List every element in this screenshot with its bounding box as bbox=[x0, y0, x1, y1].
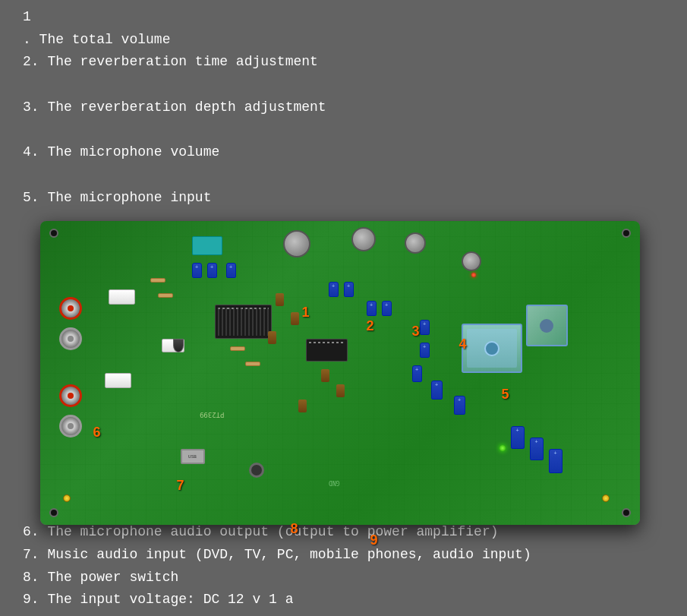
ecap-large-2 bbox=[454, 396, 465, 415]
rca-red-2 bbox=[59, 384, 82, 407]
ecap-8 bbox=[420, 320, 430, 335]
white-conn-1 bbox=[109, 289, 135, 305]
item-3: 3. The reverberation depth adjustment bbox=[23, 96, 664, 119]
label-5: 5 bbox=[502, 387, 509, 403]
item-1: 1 bbox=[23, 6, 664, 29]
label-4: 4 bbox=[459, 336, 467, 352]
item-8: 8. The power switch bbox=[23, 570, 178, 585]
transistor-1 bbox=[173, 339, 184, 352]
pot-reverb-time bbox=[351, 227, 376, 251]
rca-red-1 bbox=[59, 297, 82, 320]
pcb-text-2: GND bbox=[329, 479, 339, 486]
relay-box bbox=[462, 324, 522, 373]
ecap-large-3 bbox=[511, 426, 525, 449]
led-green bbox=[499, 445, 506, 451]
ecap-1 bbox=[192, 263, 202, 278]
gold-pad-2 bbox=[602, 494, 610, 502]
led-red bbox=[471, 273, 476, 277]
bcap-2 bbox=[291, 312, 299, 325]
bcap-5 bbox=[336, 384, 345, 397]
power-jack bbox=[249, 463, 264, 478]
label-2: 2 bbox=[367, 318, 374, 334]
pot-mic-volume bbox=[462, 251, 481, 271]
ic-main bbox=[215, 305, 272, 339]
bcap-6 bbox=[298, 400, 307, 412]
ecap-7 bbox=[382, 301, 392, 316]
pot-total-volume bbox=[283, 230, 310, 257]
pcb-board: PT2399 GND bbox=[40, 221, 640, 525]
mount-hole-br bbox=[622, 508, 631, 517]
ecap-4 bbox=[329, 282, 339, 297]
top-text-list: 1. The total volume 2. The reverberation… bbox=[0, 0, 687, 213]
item-9: 9. The input voltage: DC 12 v 1 a bbox=[23, 592, 293, 607]
item-2: 2. The reverberation time adjustment bbox=[23, 51, 664, 74]
white-conn-2 bbox=[105, 373, 131, 388]
mount-hole-tr bbox=[622, 229, 631, 238]
ecap-5 bbox=[344, 282, 354, 297]
label-9: 9 bbox=[370, 532, 378, 548]
mount-hole-tl bbox=[49, 229, 58, 238]
ecap-large-5 bbox=[549, 449, 563, 473]
ecap-9 bbox=[420, 343, 430, 358]
item-6: 6. The microphone audio output (output t… bbox=[23, 524, 499, 539]
mount-hole-bl bbox=[49, 508, 58, 517]
label-8: 8 bbox=[291, 521, 298, 537]
bcap-3 bbox=[268, 331, 276, 344]
resistor-1 bbox=[150, 278, 165, 283]
bottom-text-list: 6. The microphone audio output (output t… bbox=[0, 515, 687, 616]
rca-white-1 bbox=[59, 327, 82, 350]
ecap-6 bbox=[367, 301, 377, 316]
label-3: 3 bbox=[412, 324, 420, 340]
bcap-4 bbox=[321, 369, 329, 382]
gold-pad-1 bbox=[63, 494, 71, 502]
label-7: 7 bbox=[177, 478, 184, 494]
resistor-3 bbox=[230, 346, 245, 351]
resistor-4 bbox=[245, 362, 260, 366]
ecap-large-1 bbox=[431, 381, 443, 400]
ecap-2 bbox=[207, 263, 217, 278]
ecap-large-4 bbox=[530, 438, 544, 460]
item-7: 7. Music audio input (DVD, TV, PC, mobil… bbox=[23, 547, 531, 562]
usb-connector bbox=[181, 449, 205, 464]
rca-white-2 bbox=[59, 415, 82, 438]
pot-reverb-depth bbox=[405, 232, 426, 254]
teal-connector-1 bbox=[192, 236, 222, 255]
resistor-2 bbox=[158, 293, 173, 298]
jack-3-5mm bbox=[526, 305, 568, 346]
pcb-model-text: PT2399 bbox=[200, 411, 225, 419]
main-container: 1. The total volume 2. The reverberation… bbox=[0, 0, 687, 616]
ecap-3 bbox=[226, 263, 236, 278]
ic-secondary bbox=[306, 339, 348, 362]
label-6: 6 bbox=[93, 425, 101, 441]
board-scene: PT2399 GND 1 2 3 4 5 6 7 8 9 bbox=[33, 213, 655, 512]
item-4: 4. The microphone volume bbox=[23, 141, 664, 164]
bcap-1 bbox=[276, 293, 284, 306]
ecap-10 bbox=[412, 365, 422, 382]
item-5: 5. The microphone input bbox=[23, 187, 664, 210]
label-1: 1 bbox=[302, 305, 310, 321]
